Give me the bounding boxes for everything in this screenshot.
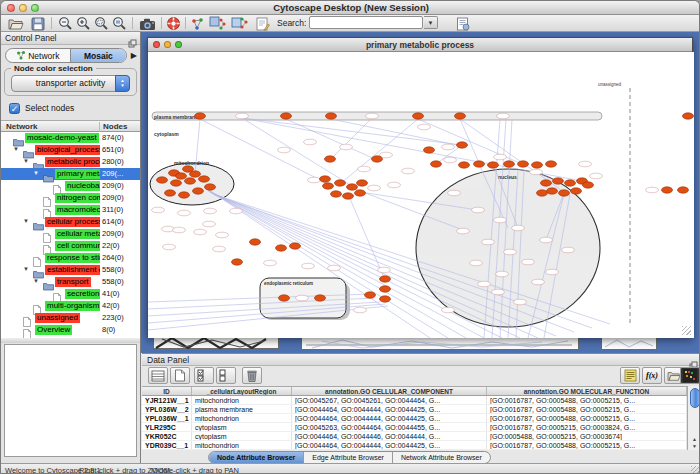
select-nodes-checkbox[interactable]: ✓ [9, 103, 20, 114]
graph-node[interactable] [488, 162, 499, 168]
float-panel-icon[interactable] [128, 34, 137, 52]
graph-node[interactable] [323, 183, 334, 189]
graph-node[interactable] [281, 113, 292, 119]
search-input[interactable] [309, 16, 423, 29]
graph-node[interactable] [504, 161, 515, 167]
annotation-icon[interactable] [253, 16, 272, 31]
graph-node[interactable] [328, 265, 341, 271]
graph-node[interactable] [540, 237, 553, 243]
graph-node[interactable] [472, 207, 485, 213]
graph-node[interactable] [553, 178, 564, 184]
graph-node[interactable] [683, 113, 694, 119]
graph-node[interactable] [541, 180, 552, 186]
column-header[interactable]: annotation.GO MOLECULAR_FUNCTION [487, 387, 687, 395]
graph-node[interactable] [199, 176, 210, 182]
graph-node[interactable] [216, 232, 229, 238]
select-attributes-icon[interactable] [194, 367, 214, 384]
tree-row-transport[interactable]: ▼transport558(0) [1, 276, 140, 288]
table-row[interactable]: YPL036W__1mitochondrion[GO:0044464, GO:0… [142, 414, 687, 423]
graph-node[interactable] [562, 247, 575, 253]
panel-splitter[interactable] [1, 338, 140, 343]
tree-row-establishment-of-lo[interactable]: ▼establishment of lo558(0) [1, 264, 140, 276]
graph-node[interactable] [276, 245, 287, 251]
birdseye-view[interactable] [4, 344, 137, 457]
network-column-header[interactable]: Network [6, 122, 38, 131]
graph-node[interactable] [230, 208, 243, 214]
graph-node[interactable] [455, 113, 466, 119]
graph-node[interactable] [494, 217, 507, 223]
graph-node[interactable] [583, 182, 594, 188]
expand-arrow-icon[interactable]: ▼ [23, 266, 29, 272]
graph-node[interactable] [173, 227, 186, 233]
graph-node[interactable] [413, 113, 424, 119]
graph-node[interactable] [378, 267, 391, 273]
graph-node[interactable] [302, 263, 315, 269]
graph-node[interactable] [194, 229, 207, 235]
zoom-in-icon[interactable] [74, 16, 93, 31]
graph-node[interactable] [532, 162, 543, 168]
graph-node[interactable] [424, 147, 435, 153]
tree-row-secretion[interactable]: secretion41(0) [1, 288, 140, 300]
graph-node[interactable] [331, 191, 342, 197]
graph-node[interactable] [522, 259, 535, 265]
attribute-list-icon[interactable] [620, 367, 640, 384]
vizmapper-icon[interactable] [188, 16, 207, 31]
tree-row-cellular-process[interactable]: ▼cellular process614(0) [1, 216, 140, 228]
graph-node[interactable] [459, 162, 470, 168]
graph-node[interactable] [537, 190, 548, 196]
graph-node[interactable] [152, 207, 165, 213]
unselect-attributes-icon[interactable] [216, 367, 236, 384]
tree-row-cell-communicat[interactable]: cell communicat22(0) [1, 240, 140, 252]
graph-node[interactable] [193, 188, 204, 194]
tree-row-mosaic-demo-yeast[interactable]: mosaic-demo-yeast874(0) [1, 132, 140, 144]
graph-node[interactable] [325, 156, 336, 162]
tree-row-unassigned[interactable]: unassigned223(0) [1, 312, 140, 324]
graph-node[interactable] [497, 113, 510, 119]
graph-node[interactable] [492, 289, 505, 295]
column-header[interactable]: _cellularLayoutRegion [192, 387, 292, 395]
tree-row-primary-metabo[interactable]: ▼primary metabo209(... [1, 168, 140, 180]
zoom-out-icon[interactable] [56, 16, 75, 31]
more-tabs-arrow-icon[interactable]: ▶ [131, 51, 137, 60]
table-row[interactable]: YJR121W__1mitochondrion[GO:0045267, GO:0… [142, 396, 687, 405]
tree-row-cellular-metabol[interactable]: cellular metabol209(0) [1, 228, 140, 240]
graph-node[interactable] [171, 180, 182, 186]
graph-node[interactable] [190, 171, 201, 177]
search-dropdown-icon[interactable]: ▼ [424, 16, 438, 29]
graph-node[interactable] [213, 246, 226, 252]
graph-node[interactable] [204, 208, 217, 214]
column-header[interactable]: annotation.GO CELLULAR_COMPONENT [292, 387, 487, 395]
show-table-icon[interactable] [148, 367, 168, 384]
graph-node[interactable] [290, 243, 301, 249]
graph-node[interactable] [320, 176, 331, 182]
tree-row-nitrogen-compo[interactable]: nitrogen compo209(0) [1, 192, 140, 204]
function-builder-icon[interactable]: f(x) [642, 367, 662, 384]
graph-node[interactable] [565, 180, 576, 186]
help-icon[interactable] [164, 16, 183, 31]
graph-node[interactable] [442, 307, 455, 313]
tab-network[interactable]: Network [6, 49, 70, 62]
graph-node[interactable] [315, 295, 326, 301]
graph-node[interactable] [165, 190, 176, 196]
expand-arrow-icon[interactable]: ▼ [23, 218, 29, 224]
graph-node[interactable] [355, 190, 366, 196]
graph-node[interactable] [326, 113, 337, 119]
graph-node[interactable] [340, 144, 353, 150]
column-header[interactable]: ID [142, 387, 192, 395]
graph-node[interactable] [590, 173, 603, 179]
graph-node[interactable] [678, 187, 689, 193]
scroll-down-icon[interactable]: ▼ [688, 443, 700, 449]
graph-node[interactable] [457, 228, 470, 234]
save-session-icon[interactable] [28, 16, 47, 31]
apply-layout-icon[interactable] [207, 16, 228, 31]
table-row[interactable]: YLR295Ccytoplasm[GO:0045263, GO:0044464,… [142, 423, 687, 432]
tab-edge-attribute-browser[interactable]: Edge Attribute Browser [304, 452, 393, 463]
tab-node-attribute-browser[interactable]: Node Attribute Browser [209, 452, 304, 463]
graph-node[interactable] [444, 157, 457, 163]
graph-node[interactable] [504, 249, 517, 255]
graph-node[interactable] [380, 276, 391, 282]
graph-node[interactable] [380, 296, 391, 302]
new-attribute-icon[interactable] [170, 367, 190, 384]
graph-node[interactable] [530, 169, 543, 175]
scrollbar-thumb[interactable] [690, 388, 700, 408]
